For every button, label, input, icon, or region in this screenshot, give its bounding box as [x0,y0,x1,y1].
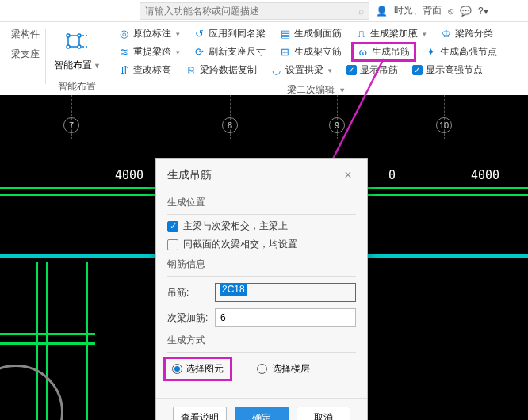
strong-icon: ✦ [426,47,437,58]
chat-icon[interactable]: 💬 [460,6,472,17]
checkbox-off-icon [167,239,178,250]
btn-origin-annot[interactable]: ◎原位标注▾ [116,25,183,42]
radio-off-icon [257,364,267,374]
search-input[interactable] [145,6,358,17]
dimension-text: 4000 [471,168,499,182]
btn-gen-erect[interactable]: ⊞生成架立筋 [277,44,345,60]
chk-main-secondary[interactable]: ✓ 主梁与次梁相交，主梁上 [167,220,356,233]
hanger-label: 吊筋: [167,286,209,300]
grid-tick: 7 [63,117,79,133]
btn-check-elev[interactable]: ⇵查改标高 [116,62,174,78]
dimension-text: 0 [388,168,396,182]
ok-button[interactable]: 确定 [235,407,289,420]
target-icon: ◎ [119,29,130,40]
btn-apply-same[interactable]: ↺应用到同名梁 [191,25,269,42]
apply-icon: ↺ [194,29,205,40]
close-icon[interactable]: × [340,167,356,183]
haunch-icon: ⎍ [356,29,367,40]
search-icon[interactable]: ⌕ [358,6,364,17]
headset-icon[interactable]: ⎋ [448,6,453,17]
radio-select-element[interactable]: 选择图元 [167,361,228,377]
copy-icon: ⎘ [186,65,197,76]
sub-add-input[interactable] [215,308,356,327]
checkbox-on-icon: ✓ [346,65,357,75]
btn-show-hanger[interactable]: ✓显示吊筋 [343,62,401,78]
smart-layout-label[interactable]: 智能布置▼ [54,59,101,72]
btn-reextract[interactable]: ≋重提梁跨▾ [116,44,183,60]
checkbox-on-icon: ✓ [167,221,178,232]
btn-gen-strong[interactable]: ✦生成高强节点 [423,44,500,60]
grid-tick: 8 [222,117,238,133]
btn-refresh-support[interactable]: ⟳刷新支座尺寸 [191,44,269,60]
dialog-title: 生成吊筋 [167,168,212,182]
cancel-button[interactable]: 取消 [297,407,350,420]
reextract-icon: ≋ [119,47,130,58]
checkbox-on-icon: ✓ [412,65,423,75]
help-button[interactable]: 查看说明 [173,407,227,420]
refresh-icon: ⟳ [194,47,205,58]
sub-add-label: 次梁加筋: [167,311,209,325]
chk-same-section[interactable]: 同截面的次梁相交，均设置 [167,238,356,251]
arch-icon: ◡ [271,65,282,76]
btn-gen-hanger[interactable]: ω生成吊筋 [353,44,415,60]
btn-set-arch[interactable]: ◡设置拱梁▾ [268,62,335,78]
elev-icon: ⇵ [119,65,130,76]
btn-gen-haunches[interactable]: ⎍生成梁加腋▾ [353,25,430,42]
classify-icon: ♔ [441,29,452,40]
group-position-label: 生成位置 [167,196,356,209]
user-icon: 👤 [376,6,388,17]
user-label: 时光、背面 [394,4,442,17]
dimension-text: 4000 [115,168,143,182]
hanger-input[interactable]: 2C18 [215,283,356,302]
grid-tick: 9 [329,117,345,133]
left-tool-1[interactable]: 梁构件 [11,28,40,41]
grid-tick: 10 [436,117,452,133]
left-tool-2[interactable]: 梁支座 [11,48,40,61]
group-mode-label: 生成方式 [167,334,356,347]
help-icon[interactable]: ?▾ [478,6,488,17]
section-smart-footer: 智能布置 [58,77,96,97]
search-box[interactable]: ⌕ [140,2,369,20]
side-icon: ▤ [280,29,291,40]
svg-point-3 [78,45,81,48]
svg-point-1 [78,34,81,37]
btn-show-strong[interactable]: ✓显示高强节点 [409,62,486,78]
svg-point-2 [67,45,70,48]
radio-on-icon [172,364,182,374]
generate-hanger-dialog: 生成吊筋 × 生成位置 ✓ 主梁与次梁相交，主梁上 同截面的次梁相交，均设置 钢… [155,158,368,420]
radio-select-floor[interactable]: 选择楼层 [257,362,310,376]
btn-gen-side[interactable]: ▤生成侧面筋 [277,25,345,42]
group-rebar-label: 钢筋信息 [167,258,356,271]
smart-layout-icon[interactable] [61,29,93,54]
hanger-icon: ω [358,47,369,58]
svg-point-0 [67,34,70,37]
btn-span-classify[interactable]: ♔梁跨分类 [438,25,496,42]
btn-copy-span[interactable]: ⎘梁跨数据复制 [182,62,260,78]
erect-icon: ⊞ [280,47,291,58]
